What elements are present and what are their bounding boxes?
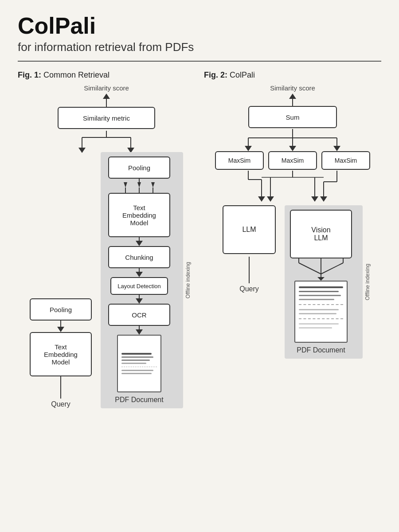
pooling-row: Pooling Text Embedding Model (30, 152, 183, 408)
arrowhead (289, 94, 296, 99)
similarity-metric-box: Similarity metric (58, 107, 155, 129)
maxsim-2-box: MaxSim (268, 151, 317, 170)
pdf-document-fig1 (117, 335, 161, 392)
svg-marker-9 (137, 182, 141, 188)
arrowhead (136, 272, 143, 277)
offline-indexing-box: Pooling (101, 152, 183, 408)
pooling-right-box: Pooling (108, 156, 170, 179)
llm-box: LLM (223, 205, 276, 254)
fig1-layout: Similarity score Similarity metric (18, 84, 195, 408)
arrowhead (57, 327, 64, 332)
text-embedding-left-box: Text Embedding Model (30, 332, 92, 376)
arrowhead (136, 241, 143, 246)
fig2-title: Fig. 2: ColPali (204, 70, 255, 80)
arrow-line (249, 257, 250, 283)
fig2-llm-col: LLM Query (223, 205, 276, 293)
svg-marker-20 (333, 146, 340, 151)
arrow-line (139, 295, 140, 298)
query-label: Query (51, 400, 70, 408)
maxsim-row: MaxSim MaxSim MaxSim (215, 151, 370, 170)
svg-marker-30 (311, 196, 318, 202)
figure-2: Fig. 2: ColPali Similarity score Sum (204, 70, 381, 359)
maxsim-3-box: MaxSim (321, 151, 370, 170)
svg-marker-24 (258, 196, 265, 202)
arrow-to-pdf1 (136, 326, 143, 335)
text-embedding-right-box: Text Embedding Model (108, 193, 170, 237)
arrow-line (60, 321, 61, 327)
fig1-left-col: Pooling Text Embedding Model (30, 298, 92, 408)
svg-marker-34 (320, 196, 327, 202)
arrowhead (136, 329, 143, 335)
fig1-right-col-wrapper: Pooling (101, 152, 183, 408)
cross-arrows-svg (231, 171, 355, 206)
arrow-line (139, 268, 140, 272)
arrow-to-ocr (136, 295, 143, 304)
title-section: ColPali for information retrieval from P… (18, 13, 381, 54)
funnel-arrow-svg (290, 258, 352, 281)
layout-detection-box: Layout Detection (110, 277, 168, 295)
arrowhead (103, 94, 110, 99)
pdf-doc-label-fig2: PDF Document (297, 346, 345, 354)
pdf-document-fig2 (294, 281, 348, 343)
svg-marker-11 (151, 182, 155, 188)
fig2-offline-box: Vision LLM (285, 205, 363, 359)
arrow-line (60, 376, 61, 399)
arrow-pooling-left (57, 321, 64, 332)
arrow-to-sim-metric (103, 94, 110, 107)
svg-marker-18 (289, 146, 296, 151)
svg-line-40 (321, 263, 343, 274)
offline-indexing-label-fig2: Offline indexing (364, 264, 371, 301)
main-title: ColPali (18, 13, 381, 39)
fig2-vision-col-wrapper: Vision LLM (285, 205, 363, 359)
fig2-middle-row: LLM Query Vision LLM (223, 205, 363, 359)
arrow-line (139, 326, 140, 329)
arrowhead (136, 298, 143, 304)
svg-marker-7 (124, 182, 127, 188)
arrow-llm-to-query (249, 257, 250, 283)
svg-line-38 (299, 263, 321, 274)
divider (18, 61, 381, 62)
arrow-to-query (60, 376, 61, 399)
split-arrow-svg (58, 131, 155, 153)
sum-box: Sum (248, 106, 337, 128)
figure-1: Fig. 1: Common Retrieval Similarity scor… (18, 70, 195, 408)
arrow-to-sum (289, 94, 296, 106)
fig1-right-col: Pooling (106, 156, 172, 404)
fig2-vision-col: Vision LLM (290, 210, 352, 354)
svg-marker-28 (267, 196, 274, 202)
ocr-box: OCR (108, 304, 170, 326)
arrow-to-chunking (136, 237, 143, 246)
svg-marker-42 (317, 277, 325, 281)
chunking-box: Chunking (108, 246, 170, 268)
fig1-similarity-score-label: Similarity score (84, 84, 129, 92)
three-arrows-svg (106, 182, 172, 193)
arrow-line (292, 99, 293, 106)
arrow-line (139, 237, 140, 241)
subtitle: for information retrieval from PDFs (18, 40, 381, 54)
fig2-layout: Similarity score Sum (204, 84, 381, 359)
fig1-title: Fig. 1: Common Retrieval (18, 70, 110, 80)
fig2-similarity-score-label: Similarity score (270, 84, 315, 92)
arrow-to-layout (136, 268, 143, 277)
vision-llm-box: Vision LLM (290, 210, 352, 258)
svg-marker-16 (245, 146, 252, 151)
offline-indexing-label-fig1: Offline indexing (185, 262, 191, 299)
figures-container: Fig. 1: Common Retrieval Similarity scor… (18, 70, 381, 408)
fig2-query-label: Query (239, 285, 259, 293)
pdf-doc-label-fig1: PDF Document (115, 396, 163, 404)
arrow-line (139, 179, 140, 182)
pooling-left-box: Pooling (30, 298, 92, 321)
sum-to-maxsim-svg (231, 129, 355, 152)
arrow-line (106, 99, 107, 107)
arrow-pooling-right (139, 179, 140, 182)
maxsim-1-box: MaxSim (215, 151, 264, 170)
